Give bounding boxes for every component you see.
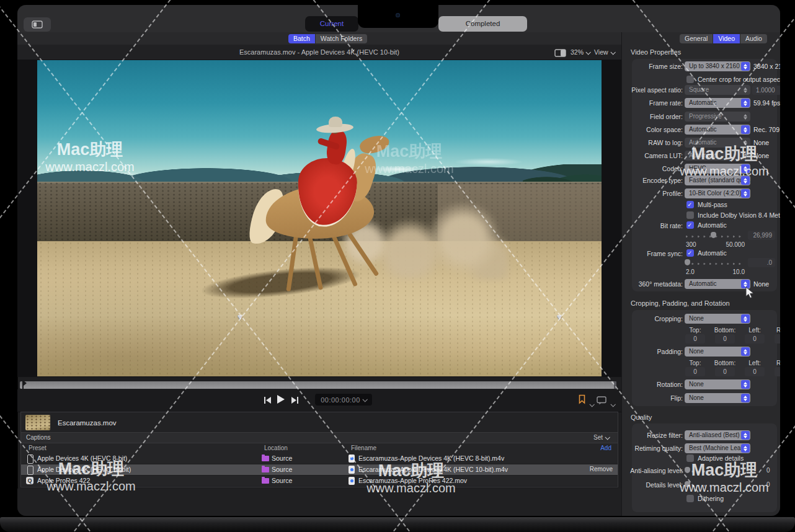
timecode-display[interactable]: 00:00:00:00: [315, 394, 372, 406]
frame-rate-popup[interactable]: Automatic: [685, 98, 750, 108]
crop-top-field[interactable]: 0: [685, 334, 705, 344]
caption-menu-chevron[interactable]: [608, 398, 615, 409]
dolby-vision-checkbox[interactable]: [686, 211, 694, 219]
field-order-popup[interactable]: Progressive: [685, 112, 750, 122]
mouse-cursor: [745, 286, 755, 299]
frame-size-label: Frame size:: [623, 61, 683, 71]
adaptive-details-checkbox[interactable]: [686, 454, 694, 462]
bit-rate-auto-label: Automatic: [698, 221, 727, 229]
pad-top-field[interactable]: 0: [685, 367, 705, 376]
center-crop-checkbox[interactable]: [686, 76, 694, 83]
slider-thumb[interactable]: [685, 481, 690, 487]
tab-current[interactable]: Current: [305, 16, 358, 32]
preset-row[interactable]: Q Apple ProRes 422 Source Escaramuzas-Ap…: [21, 476, 618, 487]
file-icon: [349, 454, 355, 463]
dithering-checkbox[interactable]: [686, 495, 694, 502]
marker-menu-chevron[interactable]: [587, 398, 593, 409]
compressor-window: Current Completed Batch Watch Folders Ge…: [17, 5, 780, 516]
view-menu-button[interactable]: View: [594, 45, 615, 60]
rotation-popup[interactable]: None: [685, 379, 750, 389]
segment-video[interactable]: Video: [713, 34, 740, 43]
tab-completed[interactable]: Completed: [438, 16, 527, 32]
details-level-value: 0: [766, 481, 770, 488]
previous-frame-icon: [263, 396, 272, 404]
segment-watch-folders[interactable]: Watch Folders: [316, 34, 367, 43]
column-location: Location: [264, 445, 288, 451]
pixel-aspect-field[interactable]: 1.0000: [752, 86, 780, 95]
camera-lut-popup[interactable]: Automatic: [685, 151, 750, 161]
crop-left-field[interactable]: 0: [745, 334, 765, 344]
multi-pass-checkbox[interactable]: [686, 201, 694, 208]
pad-left-label: Left:: [741, 360, 768, 366]
cropping-label: Cropping:: [623, 314, 683, 324]
encoder-type-popup[interactable]: Faster (standard qua…: [685, 175, 750, 185]
pad-bottom-field[interactable]: 0: [715, 367, 735, 376]
rotation-label: Rotation:: [623, 379, 683, 389]
bit-rate-slider[interactable]: [685, 231, 744, 240]
next-frame-button[interactable]: [291, 396, 300, 407]
sidebar-toggle-button[interactable]: [24, 17, 51, 32]
captions-set-menu[interactable]: Set: [593, 434, 609, 441]
bit-rate-field[interactable]: 26,999: [748, 231, 775, 240]
job-name: Escaramuzas.mov: [58, 416, 117, 430]
segment-batch[interactable]: Batch: [288, 34, 315, 43]
compare-view-button[interactable]: [554, 48, 566, 60]
popup-stepper-icon: [741, 347, 750, 356]
details-level-slider[interactable]: [685, 481, 744, 489]
job-thumbnail: [25, 415, 50, 430]
camera-lut-value: None: [753, 151, 769, 161]
segment-audio[interactable]: Audio: [740, 34, 767, 43]
marker-button[interactable]: [578, 394, 586, 407]
preset-row[interactable]: Apple Devices 4K (HEVC 8-bit) Source Esc…: [21, 453, 618, 464]
location-value: Source: [272, 466, 292, 473]
flip-popup[interactable]: None: [685, 393, 750, 403]
batch-job-row[interactable]: Escaramuzas.mov: [20, 412, 618, 433]
resize-filter-popup[interactable]: Anti-aliased (Best): [685, 430, 750, 440]
captions-row[interactable]: Captions Set: [20, 433, 618, 443]
padding-popup[interactable]: None: [685, 347, 750, 357]
bit-rate-auto-checkbox[interactable]: [686, 221, 694, 229]
anti-aliasing-label: Anti-aliasing level:: [623, 466, 683, 476]
raw-to-log-popup[interactable]: Automatic: [685, 138, 750, 148]
anti-aliasing-slider[interactable]: [685, 466, 744, 475]
raw-to-log-label: RAW to log:: [623, 138, 683, 148]
slider-thumb[interactable]: [685, 259, 690, 265]
crop-right-field[interactable]: 0: [775, 334, 780, 344]
metadata-360-popup[interactable]: Automatic: [685, 279, 750, 289]
dolby-vision-label: Include Dolby Vision 8.4 Metadata: [698, 211, 780, 219]
frame-sync-slider[interactable]: [685, 259, 744, 267]
codec-popup[interactable]: HEVC: [685, 164, 750, 174]
batch-bottom-bar: ＋ Process on: This Computer Start Batch: [17, 489, 621, 516]
caption-button[interactable]: [597, 396, 607, 407]
pixel-aspect-popup[interactable]: Square: [685, 85, 750, 95]
color-space-popup[interactable]: Automatic: [685, 125, 750, 135]
slider-thumb[interactable]: [685, 467, 690, 473]
cropping-popup[interactable]: None: [685, 314, 750, 324]
bookmark-icon: [578, 394, 586, 404]
play-button[interactable]: [276, 394, 285, 407]
frame-sync-auto-checkbox[interactable]: [686, 249, 694, 257]
pad-right-label: Right:: [771, 360, 780, 366]
remove-button[interactable]: Remove: [590, 466, 613, 472]
preset-table: Apple Devices 4K (HEVC 8-bit) Source Esc…: [20, 453, 618, 487]
timeline-scrubber[interactable]: [20, 381, 616, 389]
raw-to-log-value: None: [753, 138, 769, 148]
phone-icon: [27, 466, 33, 475]
crop-bottom-field[interactable]: 0: [715, 334, 735, 344]
add-output-button[interactable]: Add: [600, 445, 611, 451]
location-value: Source: [272, 477, 292, 484]
profile-popup[interactable]: 10-Bit Color (4:2:0): [685, 188, 750, 198]
segment-general[interactable]: General: [680, 34, 713, 43]
frame-sync-min: 2.0: [686, 268, 695, 275]
frame-sync-field[interactable]: .0: [748, 258, 775, 267]
playhead[interactable]: [22, 381, 24, 389]
frame-size-popup[interactable]: Up to 3840 x 2160: [685, 61, 750, 71]
retiming-quality-popup[interactable]: Best (Machine Learni…: [685, 443, 750, 453]
pad-left-field[interactable]: 0: [745, 367, 765, 376]
popup-stepper-icon: [741, 125, 750, 134]
pad-right-field[interactable]: 0: [775, 367, 780, 376]
preset-row-selected[interactable]: Apple Devices 4K (HEVC 10-bit) Source Es…: [21, 464, 618, 476]
previous-frame-button[interactable]: [263, 396, 272, 407]
zoom-level-control[interactable]: 32%: [571, 45, 590, 60]
slider-thumb[interactable]: [711, 232, 716, 238]
